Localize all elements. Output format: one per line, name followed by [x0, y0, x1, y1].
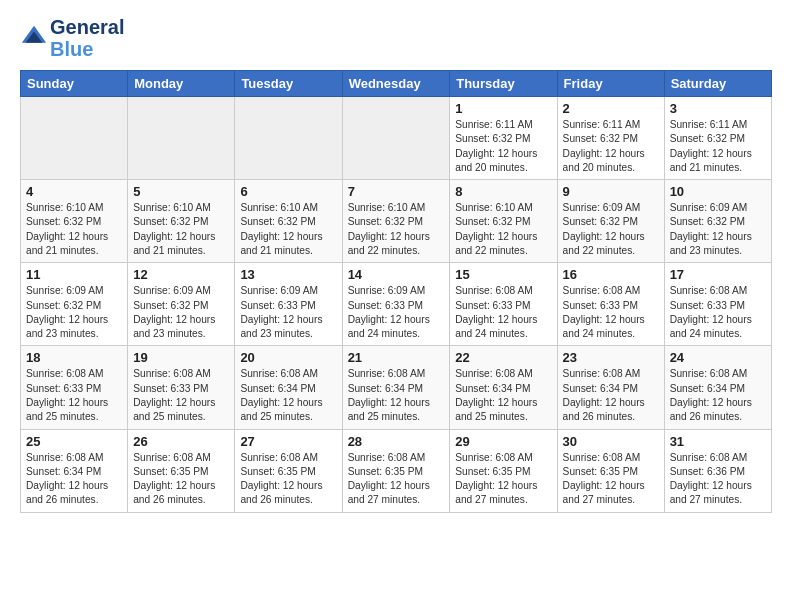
day-header: Friday [557, 71, 664, 97]
calendar-table: SundayMondayTuesdayWednesdayThursdayFrid… [20, 70, 772, 513]
calendar-cell: 25Sunrise: 6:08 AM Sunset: 6:34 PM Dayli… [21, 429, 128, 512]
day-number: 16 [563, 267, 659, 282]
calendar-cell: 22Sunrise: 6:08 AM Sunset: 6:34 PM Dayli… [450, 346, 557, 429]
day-number: 9 [563, 184, 659, 199]
cell-details: Sunrise: 6:09 AM Sunset: 6:33 PM Dayligh… [348, 284, 445, 341]
calendar-week-row: 11Sunrise: 6:09 AM Sunset: 6:32 PM Dayli… [21, 263, 772, 346]
cell-details: Sunrise: 6:08 AM Sunset: 6:34 PM Dayligh… [348, 367, 445, 424]
cell-details: Sunrise: 6:10 AM Sunset: 6:32 PM Dayligh… [133, 201, 229, 258]
day-number: 7 [348, 184, 445, 199]
day-header: Thursday [450, 71, 557, 97]
calendar-cell: 28Sunrise: 6:08 AM Sunset: 6:35 PM Dayli… [342, 429, 450, 512]
day-header: Monday [128, 71, 235, 97]
calendar-cell: 26Sunrise: 6:08 AM Sunset: 6:35 PM Dayli… [128, 429, 235, 512]
calendar-cell: 5Sunrise: 6:10 AM Sunset: 6:32 PM Daylig… [128, 180, 235, 263]
day-number: 19 [133, 350, 229, 365]
calendar-cell [342, 97, 450, 180]
calendar-cell: 9Sunrise: 6:09 AM Sunset: 6:32 PM Daylig… [557, 180, 664, 263]
day-number: 13 [240, 267, 336, 282]
calendar-cell: 12Sunrise: 6:09 AM Sunset: 6:32 PM Dayli… [128, 263, 235, 346]
page-container: General Blue SundayMondayTuesdayWednesda… [0, 0, 792, 523]
day-number: 10 [670, 184, 766, 199]
day-number: 3 [670, 101, 766, 116]
day-header: Tuesday [235, 71, 342, 97]
day-number: 17 [670, 267, 766, 282]
day-number: 4 [26, 184, 122, 199]
calendar-cell: 27Sunrise: 6:08 AM Sunset: 6:35 PM Dayli… [235, 429, 342, 512]
day-number: 5 [133, 184, 229, 199]
day-number: 2 [563, 101, 659, 116]
cell-details: Sunrise: 6:08 AM Sunset: 6:35 PM Dayligh… [133, 451, 229, 508]
day-number: 15 [455, 267, 551, 282]
day-number: 18 [26, 350, 122, 365]
calendar-cell: 4Sunrise: 6:10 AM Sunset: 6:32 PM Daylig… [21, 180, 128, 263]
cell-details: Sunrise: 6:11 AM Sunset: 6:32 PM Dayligh… [455, 118, 551, 175]
cell-details: Sunrise: 6:10 AM Sunset: 6:32 PM Dayligh… [26, 201, 122, 258]
cell-details: Sunrise: 6:09 AM Sunset: 6:32 PM Dayligh… [26, 284, 122, 341]
day-number: 28 [348, 434, 445, 449]
cell-details: Sunrise: 6:08 AM Sunset: 6:33 PM Dayligh… [670, 284, 766, 341]
cell-details: Sunrise: 6:08 AM Sunset: 6:35 PM Dayligh… [240, 451, 336, 508]
day-number: 25 [26, 434, 122, 449]
cell-details: Sunrise: 6:08 AM Sunset: 6:34 PM Dayligh… [240, 367, 336, 424]
cell-details: Sunrise: 6:08 AM Sunset: 6:33 PM Dayligh… [133, 367, 229, 424]
calendar-cell: 1Sunrise: 6:11 AM Sunset: 6:32 PM Daylig… [450, 97, 557, 180]
calendar-cell: 16Sunrise: 6:08 AM Sunset: 6:33 PM Dayli… [557, 263, 664, 346]
cell-details: Sunrise: 6:08 AM Sunset: 6:34 PM Dayligh… [26, 451, 122, 508]
cell-details: Sunrise: 6:11 AM Sunset: 6:32 PM Dayligh… [670, 118, 766, 175]
calendar-cell: 14Sunrise: 6:09 AM Sunset: 6:33 PM Dayli… [342, 263, 450, 346]
calendar-cell: 18Sunrise: 6:08 AM Sunset: 6:33 PM Dayli… [21, 346, 128, 429]
calendar-cell: 6Sunrise: 6:10 AM Sunset: 6:32 PM Daylig… [235, 180, 342, 263]
calendar-header-row: SundayMondayTuesdayWednesdayThursdayFrid… [21, 71, 772, 97]
cell-details: Sunrise: 6:09 AM Sunset: 6:32 PM Dayligh… [563, 201, 659, 258]
day-number: 14 [348, 267, 445, 282]
cell-details: Sunrise: 6:08 AM Sunset: 6:35 PM Dayligh… [455, 451, 551, 508]
day-number: 6 [240, 184, 336, 199]
calendar-week-row: 25Sunrise: 6:08 AM Sunset: 6:34 PM Dayli… [21, 429, 772, 512]
day-number: 20 [240, 350, 336, 365]
cell-details: Sunrise: 6:08 AM Sunset: 6:36 PM Dayligh… [670, 451, 766, 508]
calendar-cell: 29Sunrise: 6:08 AM Sunset: 6:35 PM Dayli… [450, 429, 557, 512]
calendar-cell: 13Sunrise: 6:09 AM Sunset: 6:33 PM Dayli… [235, 263, 342, 346]
calendar-cell: 8Sunrise: 6:10 AM Sunset: 6:32 PM Daylig… [450, 180, 557, 263]
calendar-cell: 19Sunrise: 6:08 AM Sunset: 6:33 PM Dayli… [128, 346, 235, 429]
cell-details: Sunrise: 6:10 AM Sunset: 6:32 PM Dayligh… [455, 201, 551, 258]
day-number: 22 [455, 350, 551, 365]
cell-details: Sunrise: 6:11 AM Sunset: 6:32 PM Dayligh… [563, 118, 659, 175]
calendar-cell: 15Sunrise: 6:08 AM Sunset: 6:33 PM Dayli… [450, 263, 557, 346]
calendar-cell: 7Sunrise: 6:10 AM Sunset: 6:32 PM Daylig… [342, 180, 450, 263]
day-number: 12 [133, 267, 229, 282]
calendar-week-row: 1Sunrise: 6:11 AM Sunset: 6:32 PM Daylig… [21, 97, 772, 180]
day-number: 30 [563, 434, 659, 449]
cell-details: Sunrise: 6:10 AM Sunset: 6:32 PM Dayligh… [348, 201, 445, 258]
calendar-cell: 31Sunrise: 6:08 AM Sunset: 6:36 PM Dayli… [664, 429, 771, 512]
calendar-cell: 2Sunrise: 6:11 AM Sunset: 6:32 PM Daylig… [557, 97, 664, 180]
cell-details: Sunrise: 6:08 AM Sunset: 6:35 PM Dayligh… [563, 451, 659, 508]
day-header: Saturday [664, 71, 771, 97]
cell-details: Sunrise: 6:08 AM Sunset: 6:33 PM Dayligh… [455, 284, 551, 341]
calendar-cell: 21Sunrise: 6:08 AM Sunset: 6:34 PM Dayli… [342, 346, 450, 429]
day-number: 27 [240, 434, 336, 449]
page-header: General Blue [20, 16, 772, 60]
calendar-cell: 3Sunrise: 6:11 AM Sunset: 6:32 PM Daylig… [664, 97, 771, 180]
logo-icon [20, 24, 48, 52]
cell-details: Sunrise: 6:10 AM Sunset: 6:32 PM Dayligh… [240, 201, 336, 258]
calendar-cell: 30Sunrise: 6:08 AM Sunset: 6:35 PM Dayli… [557, 429, 664, 512]
day-number: 29 [455, 434, 551, 449]
calendar-cell [235, 97, 342, 180]
cell-details: Sunrise: 6:09 AM Sunset: 6:32 PM Dayligh… [670, 201, 766, 258]
day-number: 26 [133, 434, 229, 449]
calendar-week-row: 18Sunrise: 6:08 AM Sunset: 6:33 PM Dayli… [21, 346, 772, 429]
calendar-cell: 24Sunrise: 6:08 AM Sunset: 6:34 PM Dayli… [664, 346, 771, 429]
logo: General Blue [20, 16, 124, 60]
logo-text: General Blue [50, 16, 124, 60]
cell-details: Sunrise: 6:08 AM Sunset: 6:34 PM Dayligh… [455, 367, 551, 424]
calendar-cell: 20Sunrise: 6:08 AM Sunset: 6:34 PM Dayli… [235, 346, 342, 429]
calendar-cell: 10Sunrise: 6:09 AM Sunset: 6:32 PM Dayli… [664, 180, 771, 263]
calendar-cell: 17Sunrise: 6:08 AM Sunset: 6:33 PM Dayli… [664, 263, 771, 346]
day-number: 8 [455, 184, 551, 199]
cell-details: Sunrise: 6:08 AM Sunset: 6:34 PM Dayligh… [563, 367, 659, 424]
day-number: 23 [563, 350, 659, 365]
day-number: 21 [348, 350, 445, 365]
calendar-cell: 23Sunrise: 6:08 AM Sunset: 6:34 PM Dayli… [557, 346, 664, 429]
